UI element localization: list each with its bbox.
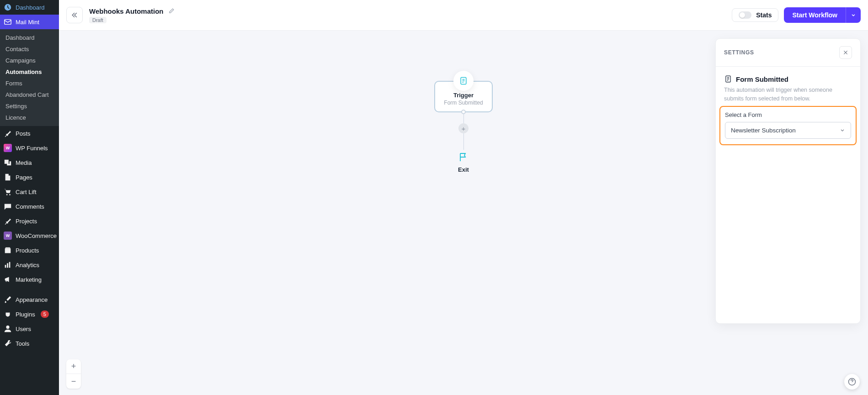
flow: Trigger Form Submitted + Exit	[434, 71, 493, 173]
sidebar-item-woocommerce[interactable]: W WooCommerce	[0, 228, 59, 243]
sidebar-item-products[interactable]: Products	[0, 243, 59, 258]
sidebar-label: Users	[16, 326, 31, 332]
brush-icon	[4, 295, 12, 304]
connector-line	[463, 114, 464, 123]
exit-node-icon	[458, 152, 469, 164]
submenu: Dashboard Contacts Campaigns Automations…	[0, 29, 59, 126]
sidebar-item-dashboard-top[interactable]: Dashboard	[0, 0, 59, 15]
sidebar-item-projects[interactable]: Projects	[0, 214, 59, 228]
settings-close-button[interactable]	[839, 46, 852, 59]
subitem-licence[interactable]: Licence	[0, 112, 59, 123]
sidebar-label: Pages	[16, 174, 32, 181]
start-workflow-dropdown[interactable]	[846, 7, 861, 23]
chevron-double-left-icon	[71, 11, 78, 19]
settings-section-title: Form Submitted	[736, 75, 788, 83]
chart-icon	[4, 261, 12, 269]
svg-point-7	[6, 326, 9, 329]
form-dropdown[interactable]: Newsletter Subscription	[725, 122, 851, 139]
sidebar-item-media[interactable]: Media	[0, 155, 59, 170]
sidebar-item-wp-funnels[interactable]: W WP Funnels	[0, 141, 59, 155]
stats-toggle[interactable]	[739, 11, 751, 19]
automation-canvas[interactable]: Trigger Form Submitted + Exit + − SETTIN…	[59, 31, 868, 395]
status-badge: Draft	[89, 17, 107, 23]
sidebar-item-users[interactable]: Users	[0, 321, 59, 336]
add-step-button[interactable]: +	[458, 123, 469, 133]
subitem-contacts[interactable]: Contacts	[0, 43, 59, 55]
connector-dot	[461, 110, 466, 114]
wrench-icon	[4, 339, 12, 348]
subitem-automations[interactable]: Automations	[0, 66, 59, 78]
svg-rect-5	[7, 263, 8, 268]
sidebar-item-comments[interactable]: Comments	[0, 199, 59, 214]
stats-toggle-wrap: Stats	[732, 8, 778, 22]
woocommerce-icon: W	[4, 232, 12, 240]
start-workflow-button[interactable]: Start Workflow	[784, 7, 846, 23]
sidebar-label: Posts	[16, 130, 31, 137]
sidebar-label: Media	[16, 159, 32, 166]
sidebar-label: Plugins	[16, 311, 35, 318]
pencil-icon	[168, 8, 175, 14]
user-icon	[4, 325, 12, 333]
admin-sidebar: Dashboard Mail Mint Dashboard Contacts C…	[0, 0, 59, 395]
help-button[interactable]	[844, 374, 860, 390]
select-form-label: Select a Form	[725, 111, 851, 118]
sidebar-item-appearance[interactable]: Appearance	[0, 292, 59, 307]
form-icon	[459, 76, 468, 85]
sidebar-item-pages[interactable]: Pages	[0, 170, 59, 184]
subitem-dashboard[interactable]: Dashboard	[0, 32, 59, 43]
comment-icon	[4, 202, 12, 211]
trigger-subtitle: Form Submitted	[435, 100, 492, 106]
settings-section-description: This automation will trigger when someon…	[724, 86, 852, 103]
trigger-node-icon-circle	[453, 71, 474, 91]
plug-icon	[4, 310, 12, 318]
settings-panel-title: SETTINGS	[724, 49, 754, 56]
page-title: Webhooks Automation	[89, 7, 164, 15]
sidebar-item-plugins[interactable]: Plugins 5	[0, 307, 59, 321]
settings-panel: SETTINGS Form Submitted This automation …	[715, 38, 861, 324]
chevron-down-icon	[840, 127, 845, 133]
media-icon	[4, 158, 12, 167]
zoom-controls: + −	[66, 359, 81, 389]
edit-title-button[interactable]	[167, 7, 176, 15]
sidebar-label: Products	[16, 247, 39, 254]
subitem-settings[interactable]: Settings	[0, 100, 59, 112]
collapse-button[interactable]	[66, 7, 83, 23]
subitem-abandoned-cart[interactable]: Abandoned Cart	[0, 89, 59, 100]
svg-point-1	[6, 194, 8, 195]
page-icon	[4, 173, 12, 181]
close-icon	[843, 50, 848, 55]
sidebar-item-tools[interactable]: Tools	[0, 336, 59, 351]
form-icon	[724, 75, 732, 83]
pin-icon	[4, 129, 12, 137]
sidebar-label: Cart Lift	[16, 189, 37, 195]
zoom-out-button[interactable]: −	[66, 374, 81, 389]
subitem-forms[interactable]: Forms	[0, 78, 59, 89]
pin-icon	[4, 217, 12, 225]
stats-label: Stats	[756, 11, 772, 19]
wpfunnels-icon: W	[4, 144, 12, 152]
sidebar-label: Appearance	[16, 296, 48, 303]
gauge-icon	[4, 3, 12, 11]
plugins-count-badge: 5	[41, 311, 49, 318]
svg-point-2	[9, 194, 11, 195]
flag-icon	[458, 152, 469, 163]
page-header: Webhooks Automation Draft Stats Start Wo…	[59, 0, 868, 31]
svg-rect-6	[9, 262, 11, 268]
zoom-in-button[interactable]: +	[66, 359, 81, 374]
sidebar-item-marketing[interactable]: Marketing	[0, 272, 59, 287]
sidebar-item-mail-mint[interactable]: Mail Mint	[0, 15, 59, 29]
megaphone-icon	[4, 275, 12, 284]
sidebar-label: Marketing	[16, 276, 42, 283]
mail-icon	[4, 18, 12, 26]
trigger-title: Trigger	[435, 92, 492, 99]
sidebar-item-analytics[interactable]: Analytics	[0, 258, 59, 272]
sidebar-label: Mail Mint	[16, 19, 39, 26]
svg-rect-3	[5, 248, 11, 253]
chevron-down-icon	[851, 12, 856, 18]
sidebar-item-cart-lift[interactable]: Cart Lift	[0, 184, 59, 199]
exit-label: Exit	[458, 166, 469, 173]
sidebar-label: Projects	[16, 218, 37, 225]
cart-icon	[4, 188, 12, 196]
sidebar-item-posts[interactable]: Posts	[0, 126, 59, 141]
subitem-campaigns[interactable]: Campaigns	[0, 55, 59, 66]
